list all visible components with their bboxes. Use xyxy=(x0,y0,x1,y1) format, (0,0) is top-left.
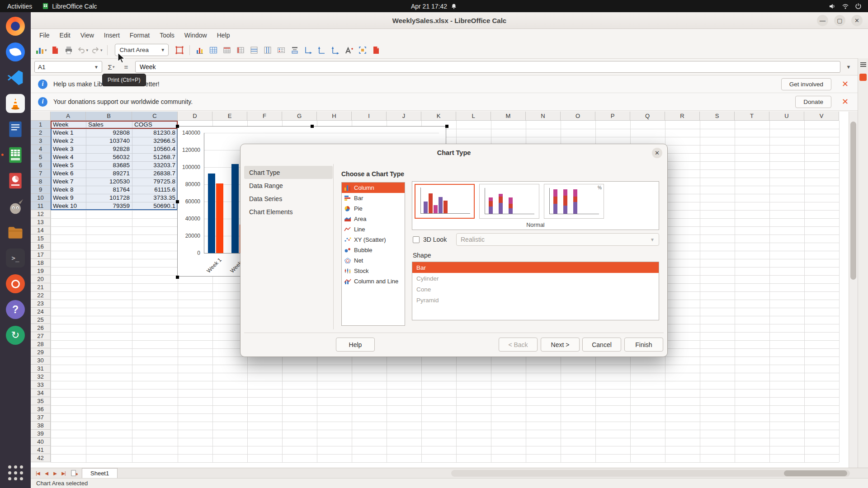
help-icon[interactable]: ? xyxy=(4,299,27,320)
x-axis-icon[interactable] xyxy=(302,44,315,56)
menu-help[interactable]: Help xyxy=(212,30,235,40)
cell-A1[interactable]: Week xyxy=(51,121,86,129)
row-header-25[interactable]: 25 xyxy=(31,316,51,324)
cell-C8[interactable]: 79725.8 xyxy=(132,178,178,186)
row-header-23[interactable]: 23 xyxy=(31,300,51,308)
cell-C3[interactable]: 32966.5 xyxy=(132,137,178,145)
close-button[interactable]: ✕ xyxy=(851,15,863,26)
column-header-V[interactable]: V xyxy=(804,112,839,121)
vscode-icon[interactable] xyxy=(4,67,27,89)
cell-A6[interactable]: Week 5 xyxy=(51,161,86,169)
data-in-columns-icon[interactable] xyxy=(234,44,247,56)
first-sheet-icon[interactable]: |◀ xyxy=(33,471,42,476)
column-header-T[interactable]: T xyxy=(735,112,769,121)
selection-handle[interactable] xyxy=(445,125,448,128)
ubuntu-software-icon[interactable] xyxy=(4,273,27,295)
clock-menu[interactable]: Apr 21 17:42 xyxy=(411,3,457,10)
back-button[interactable]: < Back xyxy=(499,338,538,352)
cell-A4[interactable]: Week 3 xyxy=(51,145,86,153)
cell-C11[interactable]: 50690.1 xyxy=(132,202,178,210)
cell-B6[interactable]: 83685 xyxy=(86,161,132,169)
vertical-scrollbar-thumb[interactable] xyxy=(850,122,856,280)
column-header-O[interactable]: O xyxy=(561,112,595,121)
all-axes-icon[interactable] xyxy=(329,44,342,56)
row-header-19[interactable]: 19 xyxy=(31,267,51,275)
column-header-H[interactable]: H xyxy=(317,112,352,121)
cell-C4[interactable]: 10560.4 xyxy=(132,145,178,153)
row-header-27[interactable]: 27 xyxy=(31,332,51,340)
sheet-tab[interactable]: Sheet1 xyxy=(82,468,118,478)
dialog-nav-chart-elements[interactable]: Chart Elements xyxy=(244,205,333,218)
cell-A3[interactable]: Week 2 xyxy=(51,137,86,145)
formula-icon[interactable]: = xyxy=(120,61,132,73)
cell-A7[interactable]: Week 6 xyxy=(51,169,86,178)
chart-type-option-bar[interactable]: Bar xyxy=(342,193,405,203)
export-chart-pdf-icon[interactable] xyxy=(370,44,382,56)
row-header-30[interactable]: 30 xyxy=(31,357,51,365)
legend-icon[interactable] xyxy=(275,44,288,56)
selection-handle[interactable] xyxy=(311,125,314,128)
close-icon[interactable]: ✕ xyxy=(837,97,853,107)
gimp-icon[interactable] xyxy=(4,196,27,217)
name-box[interactable]: A1 ▼ xyxy=(34,61,102,73)
column-header-K[interactable]: K xyxy=(421,112,456,121)
titles-icon[interactable] xyxy=(288,44,301,56)
row-header-34[interactable]: 34 xyxy=(31,389,51,397)
column-header-F[interactable]: F xyxy=(247,112,282,121)
maximize-button[interactable]: ▢ xyxy=(834,15,845,26)
menu-view[interactable]: View xyxy=(75,30,99,40)
cell-C5[interactable]: 51268.7 xyxy=(132,153,178,161)
row-header-3[interactable]: 3 xyxy=(31,137,51,145)
menu-format[interactable]: Format xyxy=(125,30,155,40)
format-selection-icon[interactable] xyxy=(173,44,186,56)
data-table-icon[interactable] xyxy=(207,44,220,56)
cell-B5[interactable]: 56032 xyxy=(86,153,132,161)
3d-scheme-dropdown[interactable]: Realistic ▼ xyxy=(456,233,659,246)
row-header-14[interactable]: 14 xyxy=(31,226,51,235)
focused-app-menu[interactable]: LibreOffice Calc xyxy=(42,3,97,10)
chart-type-option-columnline[interactable]: Column and Line xyxy=(342,276,405,286)
row-header-42[interactable]: 42 xyxy=(31,454,51,462)
row-header-22[interactable]: 22 xyxy=(31,291,51,300)
row-header-33[interactable]: 33 xyxy=(31,381,51,389)
row-header-32[interactable]: 32 xyxy=(31,373,51,381)
column-header-G[interactable]: G xyxy=(282,112,317,121)
menu-window[interactable]: Window xyxy=(179,30,212,40)
firefox-icon[interactable] xyxy=(4,15,27,37)
cell-C6[interactable]: 33203.7 xyxy=(132,161,178,169)
data-in-rows-icon[interactable] xyxy=(221,44,233,56)
vlc-icon[interactable] xyxy=(4,93,27,114)
cell-A10[interactable]: Week 9 xyxy=(51,194,86,202)
cell-B1[interactable]: Sales xyxy=(86,121,132,129)
thunderbird-icon[interactable] xyxy=(4,41,27,63)
close-icon[interactable]: ✕ xyxy=(652,148,662,158)
chart-type-option-area[interactable]: Area xyxy=(342,214,405,224)
chart-type-option-stock[interactable]: Stock xyxy=(342,266,405,276)
horizontal-scrollbar[interactable] xyxy=(451,470,850,477)
next-button[interactable]: Next > xyxy=(541,338,580,352)
files-icon[interactable] xyxy=(4,221,27,243)
next-sheet-icon[interactable]: ▶ xyxy=(51,471,59,476)
column-header-D[interactable]: D xyxy=(178,112,212,121)
cell-A5[interactable]: Week 4 xyxy=(51,153,86,161)
selection-handle[interactable] xyxy=(176,276,179,279)
column-header-U[interactable]: U xyxy=(769,112,804,121)
row-header-20[interactable]: 20 xyxy=(31,275,51,283)
export-pdf-icon[interactable] xyxy=(49,44,61,56)
cell-C9[interactable]: 61115.6 xyxy=(132,186,178,194)
shape-list[interactable]: BarCylinderConePyramid xyxy=(412,262,659,320)
help-button[interactable]: Help xyxy=(336,338,375,352)
row-header-39[interactable]: 39 xyxy=(31,430,51,438)
select-function-icon[interactable]: Σ▾ xyxy=(105,61,117,73)
row-header-35[interactable]: 35 xyxy=(31,397,51,405)
add-sheet-icon[interactable] xyxy=(71,469,78,477)
row-header-26[interactable]: 26 xyxy=(31,324,51,332)
redo-icon[interactable]: ▾ xyxy=(90,44,104,56)
horizontal-scrollbar-thumb[interactable] xyxy=(784,470,847,476)
column-header-S[interactable]: S xyxy=(700,112,735,121)
donate-button[interactable]: Donate xyxy=(795,96,831,108)
column-header-I[interactable]: I xyxy=(352,112,387,121)
chart-type-icon[interactable] xyxy=(193,44,206,56)
sidebar-settings-icon[interactable] xyxy=(860,62,866,67)
column-header-N[interactable]: N xyxy=(526,112,561,121)
